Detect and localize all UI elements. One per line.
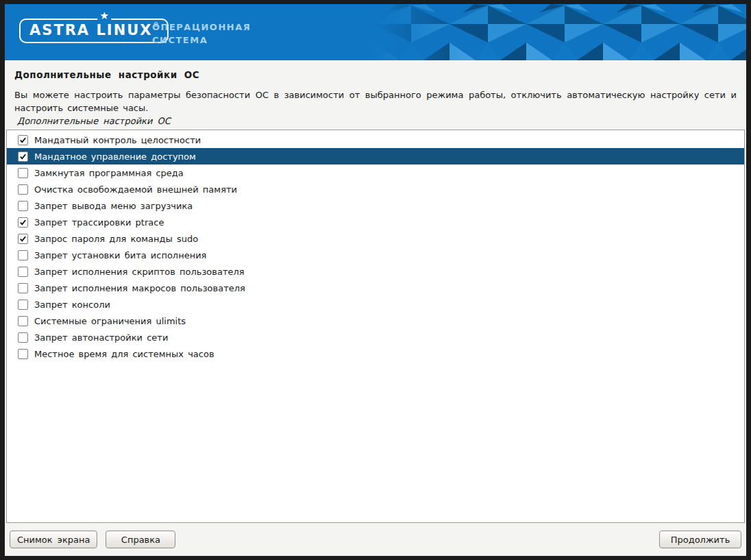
option-checkbox[interactable] (18, 316, 28, 326)
option-label: Запрет вывода меню загрузчика (34, 201, 193, 211)
option-row[interactable]: Мандатное управление доступом (7, 148, 744, 165)
option-label: Мандатное управление доступом (34, 151, 196, 162)
option-row[interactable]: Запрет установки бита исполнения (7, 247, 744, 263)
page-content: Дополнительные настройки ОС Вы можете на… (5, 60, 746, 523)
option-checkbox[interactable] (18, 300, 28, 310)
footer-button-bar: Снимок экрана Справка Продолжить (5, 523, 746, 556)
option-checkbox[interactable] (18, 234, 28, 244)
option-label: Запрет установки бита исполнения (34, 250, 206, 260)
option-row[interactable]: Системные ограничения ulimits (7, 313, 744, 329)
check-icon (19, 136, 27, 144)
option-label: Системные ограничения ulimits (34, 316, 186, 326)
installer-window-frame: ★ ASTRA LINUX® ОПЕРАЦИОННАЯ СИСТЕМА Допо… (0, 0, 751, 560)
option-row[interactable]: Запрет исполнения скриптов пользователя (7, 263, 744, 280)
option-checkbox[interactable] (18, 168, 28, 178)
option-label: Запрет трассировки ptrace (34, 217, 164, 228)
installer-window: ★ ASTRA LINUX® ОПЕРАЦИОННАЯ СИСТЕМА Допо… (5, 4, 746, 556)
option-checkbox[interactable] (18, 184, 28, 195)
option-row[interactable]: Замкнутая программная среда (7, 165, 744, 181)
option-label: Запрос пароля для команды sudo (34, 234, 198, 244)
option-row[interactable]: Местное время для системных часов (7, 345, 744, 362)
option-label: Запрет исполнения скриптов пользователя (34, 267, 245, 277)
option-label: Запрет консоли (34, 300, 110, 310)
option-row[interactable]: Запрет исполнения макросов пользователя (7, 280, 744, 296)
check-icon (19, 235, 27, 243)
option-checkbox[interactable] (18, 151, 28, 162)
brand-caption: ОПЕРАЦИОННАЯ СИСТЕМА (152, 21, 251, 47)
option-checkbox[interactable] (18, 283, 28, 293)
check-icon (19, 153, 27, 160)
option-checkbox[interactable] (18, 250, 28, 260)
option-row[interactable]: Запрет автонастройки сети (7, 329, 744, 345)
option-label: Местное время для системных часов (34, 349, 214, 359)
option-checkbox[interactable] (18, 332, 28, 343)
screenshot-button[interactable]: Снимок экрана (10, 531, 97, 548)
page-description: Вы можете настроить параметры безопаснос… (14, 88, 737, 114)
option-label: Запрет автонастройки сети (34, 332, 168, 343)
options-list: Мандатный контроль целостности Мандатное… (6, 130, 745, 523)
star-icon: ★ (98, 11, 111, 21)
option-row[interactable]: Запрет вывода меню загрузчика (7, 197, 744, 214)
option-label: Мандатный контроль целостности (34, 135, 201, 145)
check-icon (19, 219, 27, 226)
option-label: Замкнутая программная среда (34, 168, 184, 178)
option-row[interactable]: Запрос пароля для команды sudo (7, 230, 744, 247)
option-label: Очистка освобождаемой внешней памяти (34, 184, 237, 195)
page-title: Дополнительные настройки ОС (14, 69, 737, 80)
option-row[interactable]: Запрет консоли (7, 296, 744, 313)
brand-line1: ОПЕРАЦИОННАЯ (152, 21, 251, 34)
header-banner: ★ ASTRA LINUX® ОПЕРАЦИОННАЯ СИСТЕМА (5, 4, 746, 60)
options-list-label: Дополнительные настройки ОС (17, 116, 737, 126)
help-button[interactable]: Справка (106, 531, 175, 548)
option-checkbox[interactable] (18, 349, 28, 359)
option-checkbox[interactable] (18, 201, 28, 211)
option-checkbox[interactable] (18, 217, 28, 228)
option-row[interactable]: Запрет трассировки ptrace (7, 214, 744, 230)
option-row[interactable]: Мандатный контроль целостности (7, 132, 744, 148)
brand-line2: СИСТЕМА (152, 34, 251, 47)
logo-text: ASTRA LINUX (29, 22, 152, 38)
option-row[interactable]: Очистка освобождаемой внешней памяти (7, 181, 744, 197)
option-checkbox[interactable] (18, 135, 28, 145)
option-label: Запрет исполнения макросов пользователя (34, 283, 245, 293)
continue-button[interactable]: Продолжить (659, 531, 741, 548)
header-geometric-pattern (373, 4, 746, 60)
option-checkbox[interactable] (18, 267, 28, 277)
astra-linux-logo: ★ ASTRA LINUX® (19, 19, 169, 43)
pattern-fade (373, 4, 462, 60)
